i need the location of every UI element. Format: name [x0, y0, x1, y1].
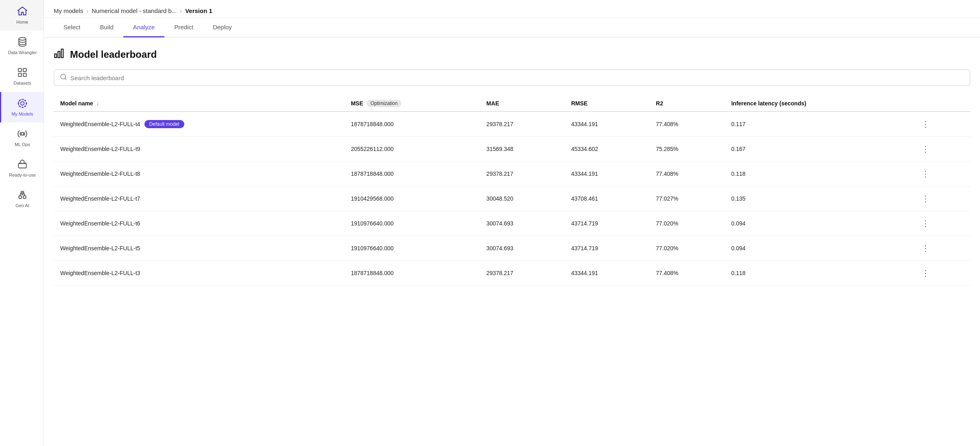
td-inference-latency: 0.118 [725, 261, 911, 286]
sidebar-item-ready-to-use[interactable]: Ready-to-use [0, 153, 44, 184]
sidebar-data-wrangler-label: Data Wrangler [8, 50, 37, 55]
sidebar-item-data-wrangler[interactable]: Data Wrangler [0, 31, 44, 61]
breadcrumb-sep-2: › [180, 8, 182, 14]
svg-rect-16 [61, 49, 63, 58]
row-actions-button[interactable]: ⋮ [918, 142, 933, 155]
sidebar: Home Data Wrangler Datasets [0, 0, 44, 446]
search-input[interactable] [70, 74, 964, 81]
td-r2: 77.408% [649, 112, 725, 137]
search-icon [60, 73, 67, 82]
breadcrumb-version: Version 1 [185, 7, 212, 14]
content-area: Model leaderboard Model name ↓ [44, 37, 980, 446]
th-model-name: Model name ↓ [54, 96, 344, 112]
td-mae: 30048.520 [480, 186, 565, 211]
svg-marker-0 [18, 7, 27, 15]
table-row: WeightedEnsemble-L2-FULL-t6 1910976640.0… [54, 211, 970, 236]
row-actions-button[interactable]: ⋮ [918, 267, 933, 280]
main-content: My models › Numerical model - standard b… [44, 0, 980, 446]
model-name-text: WeightedEnsemble-L2-FULL-t4 [60, 121, 140, 127]
ready-to-use-icon [17, 159, 28, 170]
page-title-row: Model leaderboard [54, 47, 970, 61]
svg-rect-3 [23, 69, 26, 72]
th-mae: MAE [480, 96, 565, 112]
svg-rect-9 [18, 164, 26, 168]
sidebar-item-datasets[interactable]: Datasets [0, 61, 44, 92]
svg-rect-5 [23, 74, 26, 77]
model-name-text: WeightedEnsemble-L2-FULL-t8 [60, 171, 140, 177]
table-row: WeightedEnsemble-L2-FULL-t8 1878718848.0… [54, 162, 970, 186]
td-actions: ⋮ [912, 261, 970, 286]
row-actions-button[interactable]: ⋮ [918, 192, 933, 205]
table-header-row: Model name ↓ MSE Optimization MAE RMSE R… [54, 96, 970, 112]
svg-rect-14 [55, 54, 57, 57]
breadcrumb-model-name[interactable]: Numerical model - standard b... [92, 7, 177, 14]
th-r2: R2 [649, 96, 725, 112]
td-inference-latency: 0.167 [725, 137, 911, 162]
default-badge: Default model [144, 120, 184, 128]
td-model-name: WeightedEnsemble-L2-FULL-t5 [54, 236, 344, 261]
sidebar-item-ml-ops[interactable]: ML Ops [0, 122, 44, 153]
td-model-name: WeightedEnsemble-L2-FULL-t9 [54, 137, 344, 162]
tab-select[interactable]: Select [54, 18, 90, 37]
td-mse: 1878718848.000 [344, 261, 480, 286]
td-rmse: 43344.191 [565, 162, 649, 186]
page-title: Model leaderboard [70, 49, 157, 60]
sort-arrow-icon: ↓ [96, 101, 99, 107]
td-rmse: 43708.461 [565, 186, 649, 211]
td-rmse: 45334.602 [565, 137, 649, 162]
td-mse: 1910976640.000 [344, 211, 480, 236]
table-row: WeightedEnsemble-L2-FULL-t5 1910976640.0… [54, 236, 970, 261]
row-actions-button[interactable]: ⋮ [918, 167, 933, 180]
td-mae: 30074.693 [480, 211, 565, 236]
td-inference-latency: 0.094 [725, 236, 911, 261]
sidebar-item-home[interactable]: Home [0, 0, 44, 31]
svg-point-8 [21, 133, 24, 136]
td-actions: ⋮ [912, 162, 970, 186]
row-actions-button[interactable]: ⋮ [918, 118, 933, 131]
tab-deploy[interactable]: Deploy [203, 18, 242, 37]
th-inference-latency: Inference latency (seconds) [725, 96, 911, 112]
tab-bar: Select Build Analyze Predict Deploy [44, 18, 980, 37]
tab-analyze[interactable]: Analyze [123, 18, 164, 37]
td-r2: 77.408% [649, 261, 725, 286]
model-name-text: WeightedEnsemble-L2-FULL-t6 [60, 220, 140, 227]
breadcrumb-sep-1: › [87, 8, 89, 14]
svg-point-1 [19, 37, 26, 40]
th-mse: MSE Optimization [344, 96, 480, 112]
table-row: WeightedEnsemble-L2-FULL-t4 Default mode… [54, 112, 970, 137]
home-icon [17, 6, 28, 17]
td-model-name: WeightedEnsemble-L2-FULL-t7 [54, 186, 344, 211]
row-actions-button[interactable]: ⋮ [918, 217, 933, 230]
sidebar-ready-to-use-label: Ready-to-use [9, 173, 36, 178]
table-row: WeightedEnsemble-L2-FULL-t3 1878718848.0… [54, 261, 970, 286]
optimization-badge: Optimization [367, 100, 402, 107]
td-mae: 29378.217 [480, 112, 565, 137]
td-mse: 1878718848.000 [344, 112, 480, 137]
td-r2: 77.020% [649, 211, 725, 236]
breadcrumb-my-models[interactable]: My models [54, 7, 83, 14]
td-mse: 1910429568.000 [344, 186, 480, 211]
tab-build[interactable]: Build [90, 18, 123, 37]
sidebar-item-my-models[interactable]: My Models [0, 92, 44, 122]
th-rmse: RMSE [565, 96, 649, 112]
td-mae: 31569.348 [480, 137, 565, 162]
td-actions: ⋮ [912, 112, 970, 137]
td-actions: ⋮ [912, 186, 970, 211]
td-actions: ⋮ [912, 236, 970, 261]
model-name-text: WeightedEnsemble-L2-FULL-t3 [60, 270, 140, 276]
sidebar-item-gen-ai[interactable]: Gen AI [0, 184, 44, 214]
td-mae: 29378.217 [480, 261, 565, 286]
sidebar-home-label: Home [16, 20, 28, 25]
td-mae: 29378.217 [480, 162, 565, 186]
td-rmse: 43344.191 [565, 261, 649, 286]
gen-ai-icon [17, 189, 28, 201]
sidebar-gen-ai-label: Gen AI [15, 203, 29, 208]
datasets-icon [17, 67, 28, 78]
model-name-text: WeightedEnsemble-L2-FULL-t7 [60, 195, 140, 202]
row-actions-button[interactable]: ⋮ [918, 242, 933, 255]
breadcrumb: My models › Numerical model - standard b… [44, 0, 980, 18]
table-row: WeightedEnsemble-L2-FULL-t7 1910429568.0… [54, 186, 970, 211]
tab-predict[interactable]: Predict [164, 18, 203, 37]
td-model-name: WeightedEnsemble-L2-FULL-t3 [54, 261, 344, 286]
td-actions: ⋮ [912, 137, 970, 162]
